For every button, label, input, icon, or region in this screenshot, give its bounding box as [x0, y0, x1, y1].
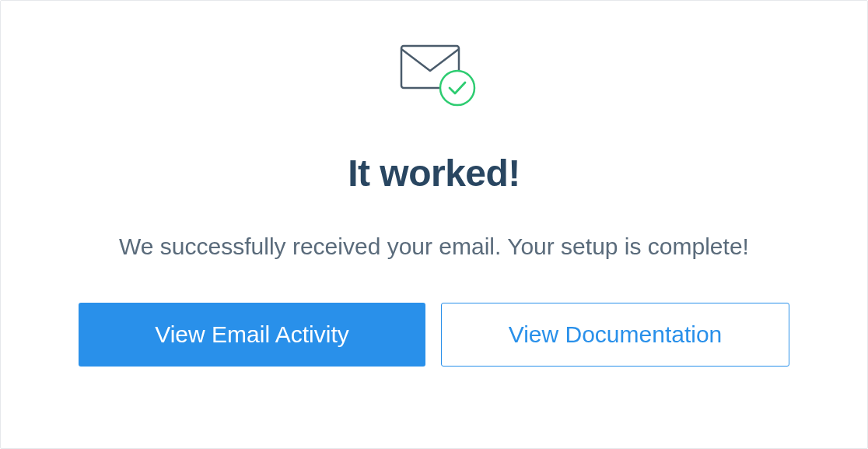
- envelope-check-icon: [387, 40, 481, 113]
- success-card: It worked! We successfully received your…: [0, 0, 868, 449]
- svg-point-1: [440, 71, 474, 105]
- button-row: View Email Activity View Documentation: [79, 303, 789, 367]
- view-documentation-button[interactable]: View Documentation: [441, 303, 789, 367]
- success-message: We successfully received your email. You…: [119, 233, 749, 260]
- view-email-activity-button[interactable]: View Email Activity: [79, 303, 425, 367]
- success-heading: It worked!: [348, 152, 520, 195]
